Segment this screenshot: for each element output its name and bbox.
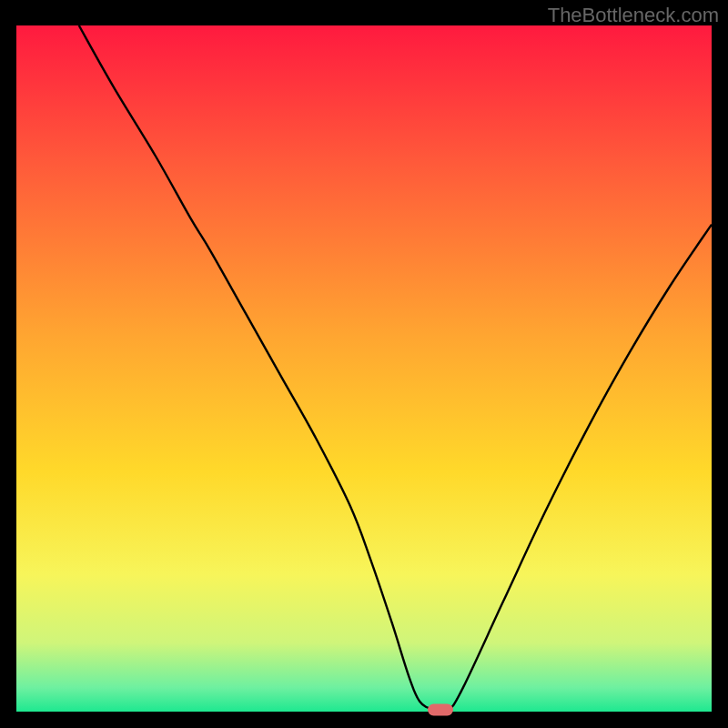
watermark-text: TheBottleneck.com <box>548 4 719 27</box>
chart-frame <box>16 25 712 712</box>
chart-gradient-background <box>16 25 712 712</box>
optimal-marker <box>428 703 453 715</box>
svg-rect-0 <box>16 25 712 712</box>
